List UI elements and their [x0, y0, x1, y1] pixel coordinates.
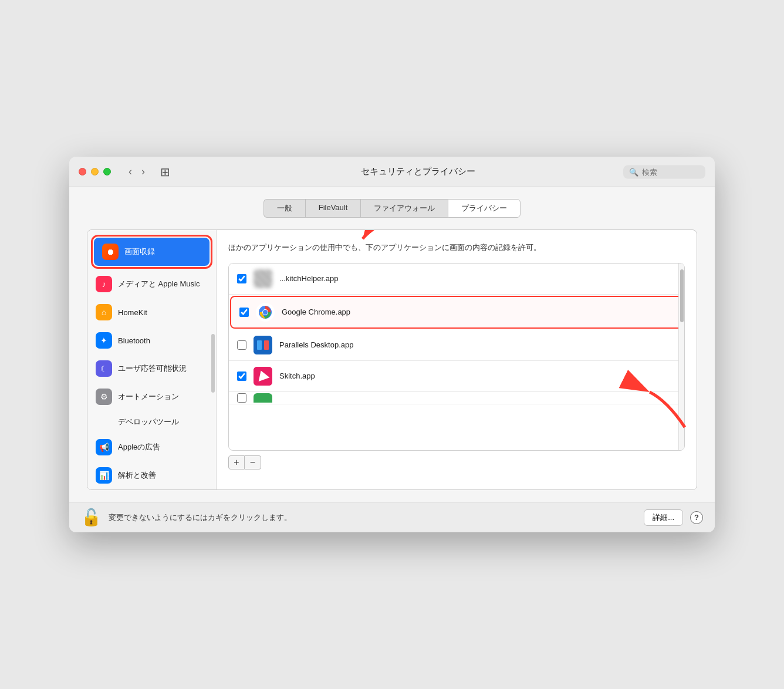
sidebar-item-automation[interactable]: ⚙ オートメーション — [87, 383, 216, 411]
main-window: ‹ › ⊞ セキュリティとプライバシー 🔍 一般 FileVault ファイアウ… — [69, 157, 715, 532]
sidebar-item-label-ads: Appleの広告 — [118, 442, 160, 452]
right-panel: ほかのアプリケーションの使用中でも、下のアプリケーションに画面の内容の記録を許可… — [217, 230, 697, 489]
sidebar-scrollbar[interactable] — [211, 334, 215, 393]
lock-text: 変更できないようにするにはカギをクリックします。 — [109, 512, 637, 523]
focus-icon: ☾ — [96, 360, 112, 377]
screen-record-icon: ⏺ — [102, 244, 119, 260]
skitch-icon — [254, 367, 272, 386]
chrome-icon — [256, 303, 275, 322]
app-item-kitchhelper: ...kitchHelper.app — [229, 264, 684, 295]
right-scrollbar-thumb[interactable] — [680, 269, 684, 322]
sidebar-item-ads[interactable]: 📢 Appleの広告 — [87, 433, 216, 461]
app-list: ...kitchHelper.app — [228, 263, 685, 451]
window-title: セキュリティとプライバシー — [177, 166, 658, 177]
app-checkbox-parallels[interactable] — [237, 340, 246, 350]
forward-button[interactable]: › — [138, 163, 148, 180]
app-checkbox-partial[interactable] — [237, 393, 246, 403]
sidebar-item-label-analytics: 解析と改善 — [118, 470, 156, 481]
app-name-chrome: Google Chrome.app — [282, 308, 350, 316]
titlebar: ‹ › ⊞ セキュリティとプライバシー 🔍 — [69, 157, 715, 187]
bluetooth-icon: ✦ — [96, 332, 112, 349]
sidebar-item-label-automation: オートメーション — [118, 391, 179, 402]
details-button[interactable]: 詳細... — [644, 509, 683, 526]
search-input[interactable] — [642, 167, 699, 176]
sidebar-item-developer[interactable]: デベロッパツール — [87, 411, 216, 433]
remove-app-button[interactable]: − — [245, 455, 261, 470]
add-app-button[interactable]: + — [228, 455, 245, 470]
app-item-parallels: Parallels Desktop.app — [229, 330, 684, 361]
app-item-partial — [229, 392, 684, 404]
sidebar-item-label-screen-record: 画面収録 — [124, 246, 155, 257]
svg-rect-5 — [254, 336, 272, 354]
nav-buttons: ‹ › — [125, 163, 148, 180]
app-item-chrome: Google Chrome.app — [230, 296, 683, 329]
app-name-parallels: Parallels Desktop.app — [279, 340, 353, 349]
sidebar-item-label-media: メディアと Apple Music — [118, 279, 200, 289]
svg-rect-7 — [264, 340, 269, 350]
svg-point-4 — [263, 310, 268, 315]
sidebar-item-label-developer: デベロッパツール — [118, 417, 179, 427]
minimize-button[interactable] — [91, 168, 99, 175]
svg-rect-6 — [257, 340, 262, 350]
lock-icon[interactable]: 🔓 — [81, 508, 102, 527]
app-checkbox-chrome[interactable] — [239, 308, 249, 317]
back-button[interactable]: ‹ — [125, 163, 136, 180]
partial-icon — [254, 393, 272, 403]
main-panel: ⏺ 画面収録 ♪ メディアと Apple Music ⌂ — [87, 229, 697, 490]
tab-filevault[interactable]: FileVault — [305, 199, 361, 218]
ads-icon: 📢 — [96, 439, 112, 455]
kitchhelper-icon — [254, 269, 272, 288]
media-icon: ♪ — [96, 276, 112, 292]
tab-general[interactable]: 一般 — [263, 199, 305, 218]
search-bar: 🔍 — [623, 165, 705, 178]
analytics-icon: 📊 — [96, 467, 112, 484]
app-checkbox-skitch[interactable] — [237, 371, 246, 381]
sidebar: ⏺ 画面収録 ♪ メディアと Apple Music ⌂ — [87, 230, 217, 489]
sidebar-item-analytics[interactable]: 📊 解析と改善 — [87, 461, 216, 489]
bottom-bar: 🔓 変更できないようにするにはカギをクリックします。 詳細... ? — [69, 502, 715, 532]
maximize-button[interactable] — [103, 168, 111, 175]
app-item-skitch: Skitch.app — [229, 361, 684, 392]
automation-icon: ⚙ — [96, 389, 112, 405]
app-name-skitch: Skitch.app — [279, 371, 315, 380]
sidebar-item-label-bluetooth: Bluetooth — [118, 336, 150, 345]
content-area: 一般 FileVault ファイアウォール プライバシー — [69, 187, 715, 502]
grid-icon[interactable]: ⊞ — [160, 165, 170, 179]
sidebar-item-label-focus: ユーザ応答可能状況 — [118, 363, 187, 374]
sidebar-item-bluetooth[interactable]: ✦ Bluetooth — [87, 326, 216, 354]
sidebar-item-label-homekit: HomeKit — [118, 308, 147, 317]
parallels-icon — [254, 336, 272, 354]
tab-firewall[interactable]: ファイアウォール — [360, 199, 448, 218]
panel-description: ほかのアプリケーションの使用中でも、下のアプリケーションに画面の内容の記録を許可… — [228, 242, 685, 254]
traffic-lights — [79, 168, 111, 175]
sidebar-item-screen-record[interactable]: ⏺ 画面収録 — [94, 238, 209, 266]
arrow-chrome — [638, 380, 697, 439]
app-checkbox-kitchhelper[interactable] — [237, 274, 246, 283]
close-button[interactable] — [79, 168, 86, 175]
homekit-icon: ⌂ — [96, 304, 112, 320]
sidebar-item-focus[interactable]: ☾ ユーザ応答可能状況 — [87, 354, 216, 383]
tab-privacy[interactable]: プライバシー — [448, 199, 521, 218]
tab-bar: 一般 FileVault ファイアウォール プライバシー — [87, 199, 697, 218]
help-button[interactable]: ? — [690, 511, 703, 524]
sidebar-item-homekit[interactable]: ⌂ HomeKit — [87, 298, 216, 326]
app-name-kitchhelper: ...kitchHelper.app — [279, 274, 338, 283]
list-controls: + − — [228, 455, 685, 470]
sidebar-item-media[interactable]: ♪ メディアと Apple Music — [87, 270, 216, 298]
search-icon: 🔍 — [629, 167, 638, 176]
